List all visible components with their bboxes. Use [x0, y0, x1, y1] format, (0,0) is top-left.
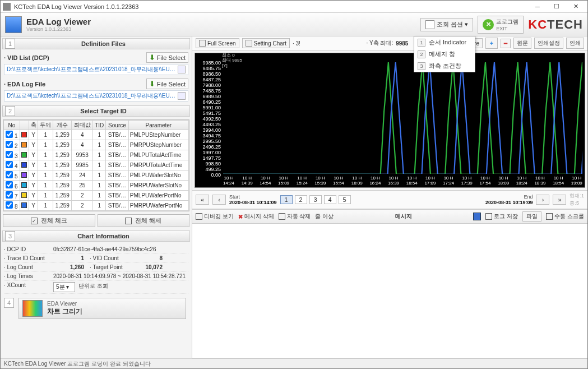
window-titlebar: KCTech EDA Log Viewer Version 1.0.1.2236… [1, 1, 587, 13]
page-last-button[interactable]: » [553, 195, 566, 205]
page-number-button[interactable]: 1 [280, 195, 293, 204]
page-number-button[interactable]: 4 [324, 195, 336, 204]
window-maximize-button[interactable]: ☐ [547, 1, 566, 12]
window-close-button[interactable]: ✕ [566, 1, 585, 12]
manual-scroll-checkbox[interactable]: 수동 스크롤 [546, 213, 584, 220]
page-prev-button[interactable]: ‹ [212, 195, 226, 205]
page-next-button[interactable]: › [536, 195, 549, 205]
section-chart-info: 3 Chart Information [2, 230, 190, 242]
lookup-options-button[interactable]: 조회 옵션 ▾ [420, 18, 473, 31]
setting-chart-button[interactable]: Setting Chart [242, 38, 290, 48]
file-button[interactable]: 파일 [522, 211, 541, 222]
remove-button[interactable]: ━ [501, 39, 511, 48]
plus-icon: ⬇ [149, 80, 155, 88]
original-button[interactable]: 원문 [513, 38, 531, 49]
delete-message-button[interactable]: ✖메시지 삭제 [238, 213, 274, 220]
eda-log-label: · EDA Log File [4, 81, 45, 87]
row-checkbox[interactable] [6, 201, 13, 209]
table-row[interactable]: 4 Y11,25999851STB/…PMRPUTotalActTime [4, 160, 189, 170]
y-axis-labels: 9985.009485.758986.508487.257988.007488.… [196, 60, 221, 174]
edit-icon[interactable] [178, 66, 186, 73]
debug-checkbox[interactable]: 디버깅 보기 [196, 213, 234, 220]
chart-plot [223, 60, 582, 174]
edit-icon[interactable] [178, 92, 186, 100]
menu-item-message[interactable]: 2 메세지 창 [414, 48, 475, 60]
window-title: KCTech EDA Log Viewer Version 1.0.1.2236… [14, 3, 528, 10]
exit-label: 프로그램 [496, 18, 518, 26]
chart-pager: « ‹ Start2020-08-31 10:14:09 12345 End20… [192, 190, 587, 209]
app-name: EDA Log Viewer [26, 17, 91, 26]
page-first-button[interactable]: « [196, 195, 209, 205]
app-header: EDA Log Viewer Version 1.0.1.22363 조회 옵션… [1, 13, 587, 36]
table-row[interactable]: 2 Y11,25941STB/…PMRPUStepNumber [4, 140, 189, 150]
row-checkbox[interactable] [6, 161, 13, 168]
message-area[interactable] [192, 224, 587, 358]
row-checkbox[interactable] [6, 181, 13, 188]
checkbox-icon: ✓ [31, 218, 38, 224]
app-logo-icon [5, 16, 22, 33]
row-checkbox[interactable] [6, 131, 13, 138]
vid-path-field[interactable]: D:\\프로젝트\\kctech\\프로그램테스트\\20231018_마무리내… [4, 64, 188, 75]
lookup-options-label: 조회 옵션 ▾ [437, 20, 468, 29]
minus-icon: ━ [504, 40, 507, 47]
fullscreen-button[interactable]: Full Screen [196, 38, 239, 48]
exit-button[interactable]: ✕ 프로그램 EXIT [478, 16, 524, 34]
expand-icon [199, 40, 206, 47]
checkbox-icon [125, 218, 132, 224]
exit-sub: EXIT [496, 26, 518, 31]
list-icon [425, 20, 434, 29]
row-checkbox[interactable] [6, 141, 13, 148]
chart-toolbar: Full Screen Setting Chart · 3! · Y축 최대: … [192, 36, 587, 50]
left-panel: 1 Definition Files · VID List (DCP) ⬇ Fi… [1, 36, 192, 358]
print-button[interactable]: 인쇄 [566, 38, 584, 49]
chart-panel: Full Screen Setting Chart · 3! · Y축 최대: … [192, 36, 587, 358]
chart-info: · DCP ID0fc32827-61ce-4fa3-ae44-29a759bc… [4, 245, 188, 294]
exit-icon: ✕ [483, 19, 494, 30]
eda-path-field[interactable]: D:\\프로젝트\\kctech\\프로그램테스트\\20231018_마무리내… [4, 90, 188, 102]
uncheck-all-button[interactable]: 전체 해제 [98, 214, 190, 227]
chart-icon [22, 300, 43, 317]
page-indicator: 현재:1총:5 [570, 192, 584, 207]
vid-list-label: · VID List (DCP) [4, 54, 49, 61]
brand-logo: KCTECH [528, 17, 583, 32]
app-version: Version 1.0.1.22363 [26, 26, 91, 32]
vid-file-select-button[interactable]: ⬇ File Select [146, 52, 188, 63]
x-axis-labels: 10 H14:2410 H14:3910 H14:5410 H15:0910 H… [223, 176, 582, 186]
check-all-button[interactable]: ✓ 전체 체크 [3, 214, 95, 227]
save-log-checkbox[interactable]: 로그 저장 [485, 213, 518, 220]
plus-icon: ⬇ [149, 53, 155, 62]
message-title: 메시지 [338, 213, 469, 220]
page-number-button[interactable]: 3 [309, 195, 322, 204]
print-setting-button[interactable]: 인쇄설정 [534, 38, 563, 49]
chart-area[interactable]: 최소 0 최대 9985 [Y] 9985.009485.758986.5084… [195, 53, 585, 188]
status-bar: KCTech EDA Log Viewer 프로그램 로딩이 완료 되었습니다 [1, 358, 587, 368]
table-row[interactable]: 6 Y11,259251STB/…PMRPUWaferSlotNo [4, 181, 189, 191]
table-row[interactable]: 7 Y11,25921STB/…PMLPUWaferPortNo [4, 191, 189, 201]
row-checkbox[interactable] [6, 171, 13, 178]
table-row[interactable]: 1 Y11,25941STB/…PMLPUStepNumber [4, 130, 189, 140]
add-button[interactable]: ＋ [485, 38, 498, 49]
menu-item-left-panel[interactable]: 3 좌측 조건창 [414, 60, 475, 72]
page-number-button[interactable]: 2 [295, 195, 307, 204]
gear-icon [246, 40, 252, 47]
menu-item-indicator[interactable]: 1 순서 Indicator [414, 36, 475, 48]
app-icon [3, 3, 11, 11]
message-toolbar: 디버깅 보기 ✖메시지 삭제 자동 삭제 줄 이상 메시지 로그 저장 파일 수… [192, 209, 587, 224]
section-select-target: 2 Select Target ID [2, 105, 190, 117]
page-number-button[interactable]: 5 [339, 195, 351, 204]
plus-icon: ＋ [489, 39, 494, 47]
table-row[interactable]: 3 Y11,25999531STB/…PMLPUTotalActTime [4, 150, 189, 160]
draw-chart-button[interactable]: EDA Viewer 차트 그리기 [18, 298, 186, 319]
xcount-select[interactable]: 5분 ▾ [53, 282, 75, 292]
target-table[interactable]: No축두께개수최대값TIDSourceParameter 1 Y11,25941… [3, 119, 189, 211]
section-definition-files: 1 Definition Files [2, 38, 190, 49]
row-checkbox[interactable] [6, 151, 13, 158]
save-icon [473, 213, 481, 220]
table-row[interactable]: 8 Y11,25921STB/…PMRPUWaferPortNo [4, 201, 189, 211]
row-checkbox[interactable] [6, 191, 13, 199]
table-row[interactable]: 5 Y11,259241STB/…PMLPUWaferSlotNo [4, 170, 189, 181]
eda-file-select-button[interactable]: ⬇ File Select [146, 79, 188, 89]
lookup-options-menu: 1 순서 Indicator 2 메세지 창 3 좌측 조건창 [414, 36, 475, 72]
auto-delete-checkbox[interactable]: 자동 삭제 [279, 213, 311, 220]
window-minimize-button[interactable]: ─ [528, 1, 547, 12]
